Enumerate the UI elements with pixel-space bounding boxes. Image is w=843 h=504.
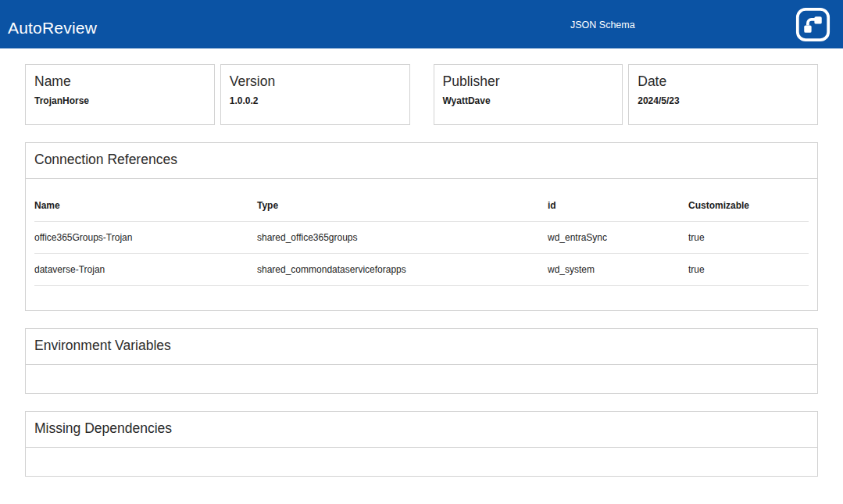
summary-cards: Name TrojanHorse Version 1.0.0.2 Publish… bbox=[25, 64, 818, 125]
connection-references-section: Connection References Name Type id Custo… bbox=[25, 142, 818, 311]
table-row: dataverse-Trojan shared_commondataservic… bbox=[34, 254, 809, 286]
environment-variables-section: Environment Variables bbox=[25, 328, 818, 394]
cell-customizable: true bbox=[688, 264, 809, 275]
cell-customizable: true bbox=[688, 232, 809, 243]
connection-references-title: Connection References bbox=[26, 143, 817, 179]
table-row: office365Groups-Trojan shared_office365g… bbox=[34, 222, 809, 254]
card-name-value: TrojanHorse bbox=[34, 95, 205, 106]
cell-type: shared_commondataserviceforapps bbox=[257, 264, 548, 275]
connection-references-table: Name Type id Customizable office365Group… bbox=[26, 179, 817, 310]
card-date-value: 2024/5/23 bbox=[638, 95, 809, 106]
app-title: AutoReview bbox=[8, 19, 97, 38]
table-header-row: Name Type id Customizable bbox=[34, 179, 809, 222]
card-name: Name TrojanHorse bbox=[25, 64, 215, 125]
environment-variables-title: Environment Variables bbox=[26, 329, 817, 365]
app-header: AutoReview JSON Schema bbox=[0, 0, 843, 48]
cell-name: office365Groups-Trojan bbox=[34, 232, 257, 243]
card-date-label: Date bbox=[638, 73, 809, 90]
card-date: Date 2024/5/23 bbox=[628, 64, 818, 125]
col-header-type: Type bbox=[257, 200, 548, 211]
card-publisher-label: Publisher bbox=[443, 73, 614, 90]
cell-type: shared_office365groups bbox=[257, 232, 548, 243]
card-version-label: Version bbox=[230, 73, 401, 90]
cell-id: wd_entraSync bbox=[548, 232, 688, 243]
missing-dependencies-empty bbox=[26, 448, 817, 476]
card-version: Version 1.0.0.2 bbox=[220, 64, 410, 125]
card-publisher-value: WyattDave bbox=[443, 95, 614, 106]
missing-dependencies-section: Missing Dependencies bbox=[25, 411, 818, 477]
nav-json-schema-link[interactable]: JSON Schema bbox=[570, 20, 635, 30]
environment-variables-empty bbox=[26, 365, 817, 393]
card-version-value: 1.0.0.2 bbox=[230, 95, 401, 106]
cell-id: wd_system bbox=[548, 264, 688, 275]
cell-name: dataverse-Trojan bbox=[34, 264, 257, 275]
card-name-label: Name bbox=[34, 73, 205, 90]
flow-icon[interactable] bbox=[795, 7, 830, 42]
card-publisher: Publisher WyattDave bbox=[434, 64, 623, 125]
missing-dependencies-title: Missing Dependencies bbox=[26, 412, 817, 448]
col-header-id: id bbox=[548, 200, 688, 211]
table-bottom-space bbox=[34, 286, 809, 310]
col-header-customizable: Customizable bbox=[688, 200, 809, 211]
col-header-name: Name bbox=[34, 200, 257, 211]
